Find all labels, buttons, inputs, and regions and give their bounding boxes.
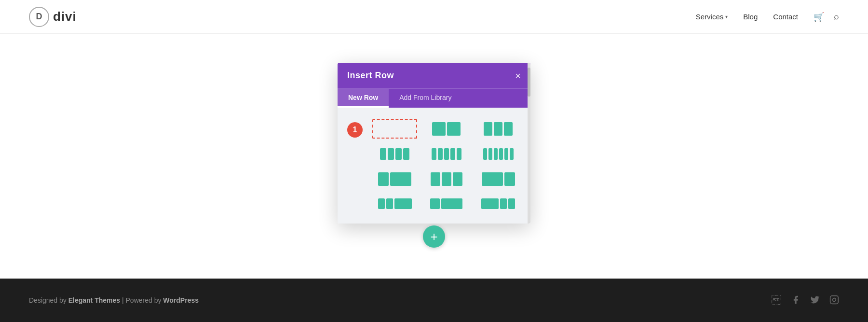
page-wrapper: D divi Services ▾ Blog Contact 🛒 ⌕ <box>0 0 868 322</box>
badge-container: 1 <box>347 119 363 212</box>
logo-area: D divi <box>29 7 77 27</box>
scrollbar[interactable] <box>528 63 530 224</box>
twitter-icon[interactable] <box>810 295 820 305</box>
search-icon[interactable]: ⌕ <box>834 12 839 22</box>
svg-rect-0 <box>830 295 839 304</box>
insert-row-modal: Insert Row × New Row Add From Library 1 <box>338 63 530 224</box>
layout-2-1[interactable] <box>476 169 521 189</box>
nav-item-services[interactable]: Services ▾ <box>696 13 728 21</box>
logo-letter: D <box>36 12 42 22</box>
modal-title: Insert Row <box>347 70 394 81</box>
main-content: Insert Row × New Row Add From Library 1 <box>0 34 868 237</box>
nav-icons: 🛒 ⌕ <box>814 12 839 22</box>
facebook-icon-svg[interactable] <box>791 295 800 305</box>
tab-add-from-library[interactable]: Add From Library <box>389 89 462 108</box>
layout-2col[interactable] <box>424 119 469 139</box>
elegant-themes-link[interactable]: Elegant Themes <box>68 296 120 304</box>
layout-grid <box>372 119 521 212</box>
layout-partial-2[interactable] <box>424 196 469 212</box>
close-icon[interactable]: × <box>515 71 521 81</box>
designed-by-text: Designed by <box>29 296 67 304</box>
scrollbar-thumb <box>528 68 530 97</box>
row-badge: 1 <box>347 122 363 138</box>
logo-circle: D <box>29 7 49 27</box>
header: D divi Services ▾ Blog Contact 🛒 ⌕ <box>0 0 868 34</box>
cart-icon[interactable]: 🛒 <box>814 12 824 22</box>
instagram-icon[interactable] <box>829 295 839 305</box>
facebook-icon[interactable]:  <box>772 295 781 306</box>
main-nav: Services ▾ Blog Contact 🛒 ⌕ <box>696 12 839 22</box>
modal-header: Insert Row × <box>338 63 530 88</box>
layout-partial-1[interactable] <box>372 196 417 212</box>
layout-5col[interactable] <box>424 145 469 163</box>
footer-social-icons:  <box>772 295 839 306</box>
powered-by-text: | Powered by <box>122 296 161 304</box>
layout-4col[interactable] <box>372 145 417 163</box>
layout-1col[interactable] <box>372 119 417 139</box>
layout-3col[interactable] <box>476 119 521 139</box>
modal-container: Insert Row × New Row Add From Library 1 <box>338 63 530 224</box>
footer: Designed by Elegant Themes | Powered by … <box>0 279 868 322</box>
modal-body: 1 <box>338 108 530 224</box>
layout-1-1-2[interactable] <box>424 169 469 189</box>
nav-item-contact[interactable]: Contact <box>773 13 798 21</box>
wordpress-link[interactable]: WordPress <box>163 296 199 304</box>
modal-tabs: New Row Add From Library <box>338 88 530 108</box>
footer-credit: Designed by Elegant Themes | Powered by … <box>29 296 199 304</box>
layout-6col[interactable] <box>476 145 521 163</box>
layout-1-2[interactable] <box>372 169 417 189</box>
chevron-down-icon: ▾ <box>725 14 728 19</box>
nav-item-blog[interactable]: Blog <box>743 13 758 21</box>
tab-new-row[interactable]: New Row <box>338 89 389 108</box>
logo-text: divi <box>53 9 77 24</box>
add-row-button[interactable]: + <box>423 225 445 248</box>
layout-partial-3[interactable] <box>476 196 521 212</box>
